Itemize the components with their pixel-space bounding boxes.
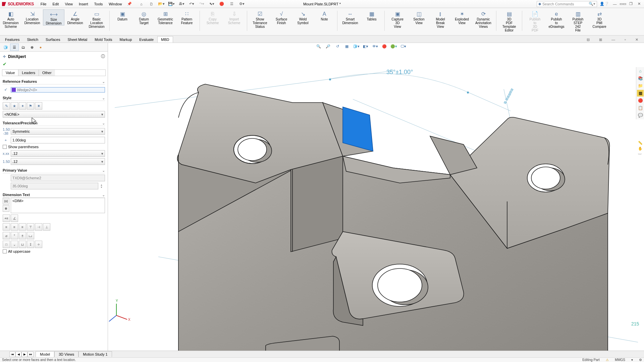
section-dimension-text[interactable]: Dimension Text <box>3 192 105 198</box>
menu-tools[interactable]: Tools <box>92 1 106 7</box>
tab-mbd[interactable]: MBD <box>157 36 173 43</box>
restore-inner-button[interactable]: ❐ <box>627 1 635 7</box>
menu-edit[interactable]: Edit <box>50 1 61 7</box>
ribbon-capture-3d-view[interactable]: ▣Capture3DView <box>387 9 408 28</box>
add-feature-button[interactable]: ∠ <box>11 215 18 222</box>
tab-max-icon[interactable]: ▫ <box>621 36 630 43</box>
ribbon-basic-location-dimension[interactable]: ▭BasicLocationDimension <box>86 9 107 28</box>
section-reference-features[interactable]: Reference Features <box>3 79 105 84</box>
menu-view[interactable]: View <box>62 1 75 7</box>
ribbon-weld-symbol[interactable]: ↘WeldSymbol <box>292 9 314 25</box>
justify-left-button[interactable]: ≡ <box>3 223 10 231</box>
touch-icon[interactable]: ✋ <box>638 146 643 151</box>
open-icon[interactable]: 📂▾ <box>158 1 165 7</box>
reference-feature-selector[interactable] <box>11 87 105 93</box>
pm-symbol-button[interactable]: ± <box>19 232 26 239</box>
style-add-button[interactable]: ✦ <box>19 102 26 110</box>
tol-precision-select[interactable]: .12 <box>11 158 105 165</box>
tab-evaluate[interactable]: Evaluate <box>136 36 157 43</box>
all-uppercase-checkbox[interactable]: All uppercase <box>3 249 105 253</box>
bracket-right-button[interactable]: ⊗ <box>3 205 9 212</box>
options-icon[interactable]: ☰ <box>228 1 235 7</box>
tab-close-icon[interactable]: ✕ <box>632 36 642 43</box>
ribbon-datum[interactable]: ▣Datum <box>112 9 133 21</box>
restore-button[interactable]: ▭▭ <box>619 1 627 7</box>
accept-button[interactable]: ✔ <box>3 61 7 67</box>
appearances-icon[interactable]: 🔴 <box>637 97 644 104</box>
feature-manager-tab[interactable]: 🧊 <box>1 44 10 51</box>
bottom-tab-3d-views[interactable]: 3D Views <box>54 351 78 357</box>
ribbon-size-dimension[interactable]: ⟷SizeDimension <box>43 9 64 25</box>
search-commands-input[interactable]: ◆ Search Commands 🔍▾ <box>537 1 597 7</box>
ribbon-model-break-view[interactable]: ⫿ModelBreakView <box>430 9 451 28</box>
status-menu-icon[interactable]: ▾ <box>631 358 633 362</box>
deg-symbol-button[interactable]: ° <box>11 232 18 239</box>
justify-top-button[interactable]: ⊤ <box>27 223 34 231</box>
tab-scroll-icon[interactable]: ⊟ <box>583 36 593 43</box>
menu-insert[interactable]: Insert <box>76 1 91 7</box>
pm-tab-other[interactable]: Other <box>39 70 55 76</box>
show-parentheses-checkbox[interactable]: Show parentheses <box>3 145 105 149</box>
section-icon[interactable]: ▦ <box>343 43 350 50</box>
last-tab-button[interactable]: ⏭ <box>28 352 34 357</box>
first-tab-button[interactable]: ⏮ <box>9 352 15 357</box>
help-small-icon[interactable]: ⓘ <box>101 54 105 59</box>
ribbon-note[interactable]: ANote <box>314 9 335 21</box>
ribbon-exploded-view[interactable]: ✶ExplodedView <box>451 9 473 25</box>
ribbon-pattern-feature[interactable]: ∷PatternFeature <box>176 9 198 25</box>
display-style-icon[interactable]: ◧▾ <box>362 43 369 50</box>
appearance-icon[interactable]: 🔴 <box>381 43 388 50</box>
bottom-tab-motion-study-1[interactable]: Motion Study 1 <box>78 351 112 357</box>
tab-markup[interactable]: Markup <box>116 36 136 43</box>
ribbon-tables[interactable]: ▦Tables <box>361 9 382 21</box>
ribbon-copy-scheme[interactable]: ⎘CopyScheme <box>202 9 223 25</box>
design-library-icon[interactable]: 📚 <box>637 75 644 82</box>
tab-features[interactable]: Features <box>1 36 23 43</box>
ribbon-dynamic-annotation-views[interactable]: ⟳DynamicAnnotationViews <box>473 9 494 28</box>
custom-props-icon[interactable]: 📋 <box>637 105 644 111</box>
ribbon-auto-dimension-scheme[interactable]: ◧AutoDimensionScheme <box>0 9 21 28</box>
justify-mid-button[interactable]: ⊣ <box>35 223 42 231</box>
ribbon-surface-finish[interactable]: √SurfaceFinish <box>271 9 292 25</box>
rebuild-icon[interactable]: 🛑 <box>218 1 225 7</box>
redo-icon[interactable]: ↷▾ <box>198 1 205 7</box>
home-icon[interactable]: ⌂ <box>138 1 145 7</box>
bracket-left-button[interactable]: (x) <box>3 198 9 204</box>
dimxpert-manager-tab[interactable]: ⊕ <box>28 44 36 51</box>
style-load-button[interactable]: ✎ <box>3 102 10 110</box>
print-icon[interactable]: 🖶▾ <box>178 1 185 7</box>
save-icon[interactable]: 💾▾ <box>168 1 175 7</box>
tab-sketch[interactable]: Sketch <box>23 36 42 43</box>
tolerance-value-input[interactable]: 1.00deg <box>11 137 105 143</box>
style-delete-button[interactable]: ✷ <box>35 102 42 110</box>
undo-icon[interactable]: ↶▾ <box>188 1 195 7</box>
ribbon-angle-dimension[interactable]: ∠AngleDimension <box>64 9 86 25</box>
status-custom-icon[interactable]: ⚙ <box>639 358 642 362</box>
dimension-callout[interactable]: 35°±1.00° <box>386 69 413 75</box>
ribbon-section-view[interactable]: ◫SectionView <box>408 9 430 25</box>
tolerance-type-select[interactable]: Symmetric <box>11 128 105 135</box>
zoom-fit-icon[interactable]: 🔍 <box>315 43 322 50</box>
ribbon-show-tolerance-status[interactable]: ☑ShowToleranceStatus <box>249 9 271 28</box>
forum-icon[interactable]: 💬 <box>637 112 644 119</box>
ribbon-publish-step-242-file[interactable]: ▥PublishSTEP242File <box>567 9 589 32</box>
tab-min-icon[interactable]: — <box>608 36 619 43</box>
ribbon-geometric-tolerance[interactable]: ⊞GeometricTolerance <box>155 9 176 25</box>
user-icon[interactable]: 👤 <box>600 2 604 6</box>
pin-icon[interactable]: 📌 <box>127 2 132 6</box>
add-symbol-button[interactable]: +≡ <box>3 215 10 222</box>
select-icon[interactable]: ⬉▾ <box>208 1 215 7</box>
spinner-down-icon[interactable]: ▼ <box>100 186 105 188</box>
new-icon[interactable]: 🗋 <box>148 1 155 7</box>
render-icon[interactable]: 🖵▾ <box>400 43 407 50</box>
rebuild-needed-icon[interactable]: ⚠ <box>606 358 609 362</box>
graphics-viewport[interactable]: 35°±1.00° ⊠ ⊠⊠⊠⊠⊠ <box>108 50 644 353</box>
ribbon-location-dimension[interactable]: ⇲LocationDimension <box>21 9 43 25</box>
pm-tab-value[interactable]: Value <box>2 70 18 76</box>
ribbon-import-scheme[interactable]: ⇩ImportScheme <box>223 9 245 25</box>
file-explorer-icon[interactable]: 📁 <box>637 82 644 89</box>
box-symbol-button[interactable]: □ <box>3 241 10 248</box>
ribbon-publish-to-3d-pdf[interactable]: 📄Publishto3DPDF <box>524 9 546 32</box>
ribbon-3d-pmi-compare[interactable]: ⇄3DPMICompare <box>589 9 610 28</box>
display-manager-tab[interactable]: ● <box>36 44 45 51</box>
